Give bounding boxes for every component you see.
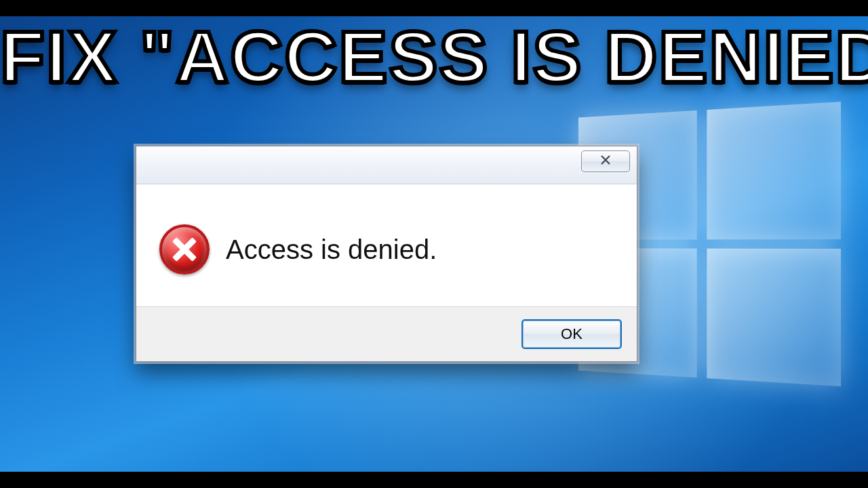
error-dialog: Access is denied. OK xyxy=(136,146,637,362)
close-button[interactable] xyxy=(581,150,630,172)
close-icon xyxy=(599,154,612,169)
windows-logo-pane xyxy=(707,102,841,239)
desktop-background: FIX "ACCESS IS DENIED" Access is denied.… xyxy=(0,0,868,488)
dialog-footer: OK xyxy=(136,306,637,361)
dialog-message: Access is denied. xyxy=(226,235,437,265)
dialog-titlebar[interactable] xyxy=(136,146,637,184)
letterbox-bottom xyxy=(0,472,868,488)
thumbnail-headline: FIX "ACCESS IS DENIED" xyxy=(0,20,868,94)
ok-button[interactable]: OK xyxy=(521,319,622,349)
letterbox-top xyxy=(0,0,868,16)
error-icon xyxy=(159,224,210,274)
windows-logo-pane xyxy=(707,249,841,386)
dialog-body: Access is denied. xyxy=(136,184,637,306)
